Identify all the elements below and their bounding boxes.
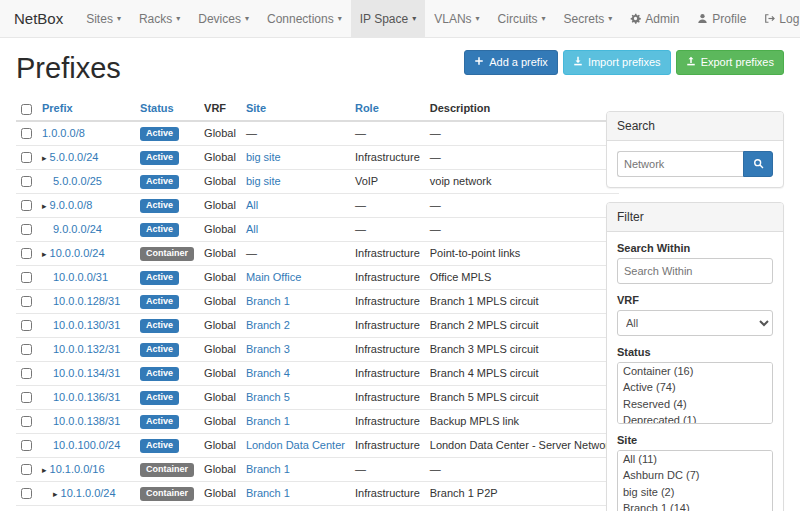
nav-item-racks[interactable]: Racks▾ xyxy=(130,0,189,37)
expand-arrow-icon[interactable]: ▸ xyxy=(42,249,47,259)
listbox-option[interactable]: Container (16) xyxy=(618,363,772,379)
prefix-link[interactable]: 10.0.0.138/31 xyxy=(53,415,120,427)
row-checkbox[interactable] xyxy=(21,272,32,283)
navbar-brand[interactable]: NetBox xyxy=(0,0,77,37)
prefix-link[interactable]: 10.0.0.136/31 xyxy=(53,391,120,403)
prefix-cell: 9.0.0.0/24 xyxy=(37,217,135,241)
listbox-option[interactable]: Deprecated (1) xyxy=(618,412,772,424)
site-link[interactable]: Branch 5 xyxy=(246,391,290,403)
site-link[interactable]: Branch 1 xyxy=(246,463,290,475)
row-checkbox[interactable] xyxy=(21,152,32,163)
description-cell: Branch 3 MPLS circuit xyxy=(425,337,620,361)
prefix-link[interactable]: 10.0.0.128/31 xyxy=(53,295,120,307)
nav-item-secrets[interactable]: Secrets▾ xyxy=(555,0,622,37)
column-sort-link[interactable]: Status xyxy=(140,102,174,114)
nav-item-circuits[interactable]: Circuits▾ xyxy=(489,0,555,37)
site-link[interactable]: Branch 4 xyxy=(246,367,290,379)
nav-item-connections[interactable]: Connections▾ xyxy=(258,0,351,37)
row-checkbox[interactable] xyxy=(21,296,32,307)
search-button[interactable] xyxy=(743,151,773,177)
prefix-link[interactable]: 10.0.0.132/31 xyxy=(53,343,120,355)
add-a-prefix-button[interactable]: Add a prefix xyxy=(464,50,558,75)
row-checkbox[interactable] xyxy=(21,200,32,211)
nav-item-sites[interactable]: Sites▾ xyxy=(77,0,130,37)
site-link[interactable]: big site xyxy=(246,175,281,187)
page-actions: Add a prefixImport prefixesExport prefix… xyxy=(464,50,784,75)
site-link[interactable]: All xyxy=(246,199,258,211)
row-checkbox[interactable] xyxy=(21,320,32,331)
prefix-link[interactable]: 9.0.0.0/8 xyxy=(50,199,93,211)
site-link[interactable]: Branch 1 xyxy=(246,415,290,427)
column-sort-link[interactable]: Prefix xyxy=(42,102,73,114)
vrf-label: VRF xyxy=(617,294,773,306)
prefix-link[interactable]: 10.0.0.130/31 xyxy=(53,319,120,331)
import-prefixes-button[interactable]: Import prefixes xyxy=(563,50,671,75)
row-checkbox[interactable] xyxy=(21,440,32,451)
prefix-cell: 10.0.0.132/31 xyxy=(37,337,135,361)
listbox-option[interactable]: All (11) xyxy=(618,451,772,467)
row-checkbox[interactable] xyxy=(21,464,32,475)
nav-item-ip-space[interactable]: IP Space▾ xyxy=(351,0,426,37)
expand-arrow-icon[interactable]: ▸ xyxy=(53,489,58,499)
listbox-option[interactable]: Reserved (4) xyxy=(618,396,772,412)
listbox-option[interactable]: big site (2) xyxy=(618,484,772,500)
site-link[interactable]: Branch 3 xyxy=(246,343,290,355)
expand-arrow-icon[interactable]: ▸ xyxy=(42,153,47,163)
expand-arrow-icon[interactable]: ▸ xyxy=(42,465,47,475)
description-cell: London Data Center - Server Network xyxy=(425,433,620,457)
prefix-cell: 10.0.0.134/31 xyxy=(37,361,135,385)
site-link[interactable]: All xyxy=(246,223,258,235)
nav-item-vlans[interactable]: VLANs▾ xyxy=(425,0,488,37)
site-link[interactable]: Branch 2 xyxy=(246,319,290,331)
search-input[interactable] xyxy=(617,151,743,177)
site-link[interactable]: London Data Center xyxy=(246,439,345,451)
column-sort-link[interactable]: Site xyxy=(246,102,266,114)
row-checkbox[interactable] xyxy=(21,224,32,235)
row-checkbox[interactable] xyxy=(21,488,32,499)
site-link[interactable]: Branch 1 xyxy=(246,487,290,499)
status-cell: Active xyxy=(135,433,199,457)
nav-item-log-out[interactable]: Log out xyxy=(755,0,800,37)
prefix-cell: ▸10.1.0.0/24 xyxy=(37,481,135,505)
prefix-link[interactable]: 5.0.0.0/24 xyxy=(50,151,99,163)
prefix-link[interactable]: 10.0.0.0/24 xyxy=(50,247,105,259)
row-checkbox[interactable] xyxy=(21,368,32,379)
prefix-link[interactable]: 1.0.0.0/8 xyxy=(42,127,85,139)
prefix-link[interactable]: 10.1.0.0/24 xyxy=(61,487,116,499)
status-listbox[interactable]: Container (16)Active (74)Reserved (4)Dep… xyxy=(617,362,773,424)
description-cell: Branch 2 MPLS circuit xyxy=(425,313,620,337)
button-label: Export prefixes xyxy=(701,56,774,69)
select-all-checkbox[interactable] xyxy=(21,104,32,115)
status-badge: Active xyxy=(140,175,179,189)
row-checkbox[interactable] xyxy=(21,344,32,355)
site-link[interactable]: big site xyxy=(246,151,281,163)
row-checkbox-cell xyxy=(16,265,37,289)
prefix-link[interactable]: 10.1.0.0/16 xyxy=(50,463,105,475)
search-within-input[interactable] xyxy=(617,258,773,284)
prefix-link[interactable]: 10.0.0.134/31 xyxy=(53,367,120,379)
site-link[interactable]: Branch 1 xyxy=(246,295,290,307)
row-checkbox[interactable] xyxy=(21,392,32,403)
row-checkbox[interactable] xyxy=(21,416,32,427)
expand-arrow-icon[interactable]: ▸ xyxy=(42,201,47,211)
row-checkbox[interactable] xyxy=(21,176,32,187)
prefix-link[interactable]: 10.0.0.0/31 xyxy=(53,271,108,283)
nav-item-admin[interactable]: Admin xyxy=(621,0,688,37)
prefix-link[interactable]: 9.0.0.0/24 xyxy=(53,223,102,235)
row-checkbox[interactable] xyxy=(21,248,32,259)
vrf-select[interactable]: All xyxy=(617,310,773,336)
nav-item-label: Sites xyxy=(86,12,113,26)
prefix-link[interactable]: 5.0.0.0/25 xyxy=(53,175,102,187)
nav-item-profile[interactable]: Profile xyxy=(688,0,755,37)
nav-item-devices[interactable]: Devices▾ xyxy=(189,0,258,37)
listbox-option[interactable]: Branch 1 (14) xyxy=(618,500,772,511)
site-link[interactable]: Main Office xyxy=(246,271,301,283)
prefix-link[interactable]: 10.0.100.0/24 xyxy=(53,439,120,451)
site-listbox[interactable]: All (11)Ashburn DC (7)big site (2)Branch… xyxy=(617,450,773,511)
row-checkbox[interactable] xyxy=(21,128,32,139)
listbox-option[interactable]: Active (74) xyxy=(618,379,772,395)
column-sort-link[interactable]: Role xyxy=(355,102,379,114)
listbox-option[interactable]: Ashburn DC (7) xyxy=(618,467,772,483)
export-prefixes-button[interactable]: Export prefixes xyxy=(676,50,784,75)
button-label: Import prefixes xyxy=(588,56,661,69)
